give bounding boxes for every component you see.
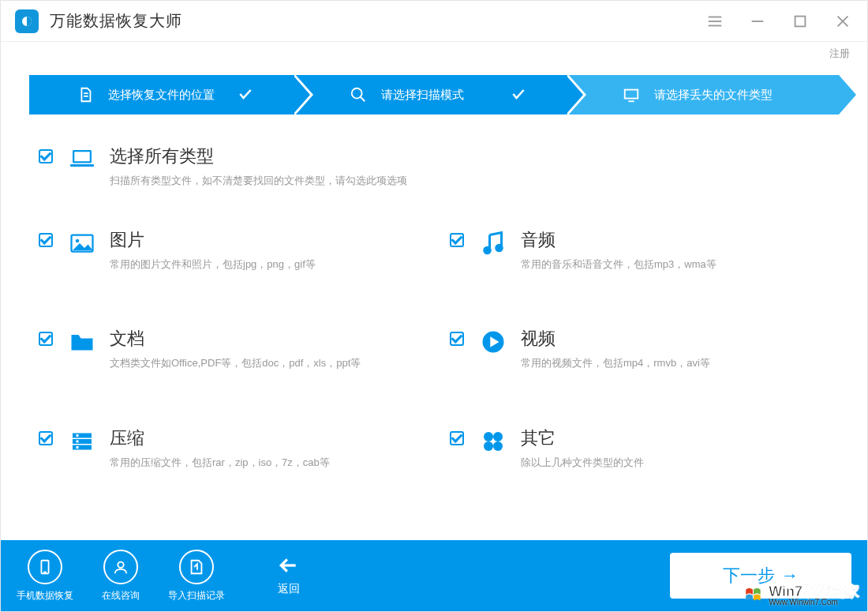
step-label: 请选择扫描模式	[381, 88, 464, 103]
svg-rect-12	[625, 90, 638, 99]
svg-rect-16	[70, 164, 94, 167]
checkbox-document[interactable]	[39, 332, 53, 346]
play-icon	[478, 327, 508, 357]
menu-icon[interactable]	[705, 11, 725, 32]
user-icon	[103, 550, 138, 584]
close-icon[interactable]	[832, 11, 853, 32]
checkbox-archive[interactable]	[39, 431, 53, 445]
checkbox-image[interactable]	[39, 233, 53, 247]
option-title: 图片	[110, 228, 418, 252]
options-area: 选择所有类型 扫描所有类型文件，如不清楚要找回的文件类型，请勾选此项选项 图片 …	[1, 121, 867, 478]
image-icon	[67, 228, 97, 258]
svg-rect-25	[73, 439, 92, 444]
step-label: 选择恢复文件的位置	[108, 88, 215, 103]
option-archive[interactable]: 压缩 常用的压缩文件，包括rar，zip，iso，7z，cab等	[39, 426, 418, 471]
svg-rect-29	[77, 446, 79, 449]
phone-recovery-button[interactable]: 手机数据恢复	[17, 550, 73, 603]
option-title: 视频	[521, 327, 829, 351]
option-document[interactable]: 文档 文档类文件如Office,PDF等，包括doc，pdf，xls，ppt等	[39, 327, 418, 371]
svg-rect-28	[77, 440, 79, 442]
grid-icon	[478, 426, 508, 456]
option-audio[interactable]: 音频 常用的音乐和语音文件，包括mp3，wma等	[450, 228, 829, 272]
document-icon	[77, 86, 94, 103]
check-icon	[238, 86, 261, 104]
option-title: 其它	[521, 426, 829, 450]
option-desc: 常用的音乐和语音文件，包括mp3，wma等	[521, 257, 829, 272]
register-row: 注册	[1, 42, 867, 66]
step-label: 请选择丢失的文件类型	[654, 88, 773, 103]
back-label: 返回	[278, 582, 300, 596]
option-desc: 常用的图片文件和照片，包括jpg，png，gif等	[110, 257, 418, 272]
option-all-types[interactable]: 选择所有类型 扫描所有类型文件，如不清楚要找回的文件类型，请勾选此项选项	[39, 145, 829, 189]
bottom-label: 手机数据恢复	[17, 589, 73, 603]
svg-rect-27	[77, 434, 79, 437]
bottom-label: 导入扫描记录	[168, 589, 225, 603]
app-title: 万能数据恢复大师	[50, 10, 182, 32]
svg-point-32	[484, 441, 493, 451]
svg-point-20	[495, 243, 503, 252]
svg-point-30	[484, 432, 493, 441]
checkbox-other[interactable]	[450, 431, 464, 445]
svg-point-10	[352, 88, 362, 99]
svg-rect-26	[73, 445, 92, 449]
archive-icon	[67, 426, 97, 456]
option-title: 压缩	[110, 426, 418, 450]
svg-rect-15	[74, 152, 90, 161]
svg-rect-5	[795, 16, 806, 26]
option-title: 文档	[110, 327, 418, 351]
option-other[interactable]: 其它 除以上几种文件类型的文件	[450, 426, 829, 471]
back-button[interactable]: 返回	[277, 555, 301, 596]
checkbox-all[interactable]	[39, 149, 53, 163]
online-chat-button[interactable]: 在线咨询	[102, 550, 140, 603]
option-desc: 文档类文件如Office,PDF等，包括doc，pdf，xls，ppt等	[110, 355, 418, 371]
option-desc: 常用的压缩文件，包括rar，zip，iso，7z，cab等	[110, 455, 418, 471]
phone-icon	[28, 550, 62, 584]
option-image[interactable]: 图片 常用的图片文件和照片，包括jpg，png，gif等	[39, 228, 418, 272]
step-file-type[interactable]: 请选择丢失的文件类型	[566, 75, 839, 115]
window-controls	[705, 11, 853, 32]
step-location[interactable]: 选择恢复文件的位置	[29, 75, 293, 115]
svg-point-31	[493, 432, 503, 441]
progress-wrap: 选择恢复文件的位置 请选择扫描模式 请选择丢失的文件类型	[1, 66, 867, 121]
svg-point-18	[76, 238, 80, 242]
checkbox-video[interactable]	[450, 332, 464, 346]
check-icon	[511, 86, 534, 104]
svg-rect-24	[73, 433, 92, 437]
minimize-icon[interactable]	[747, 11, 768, 32]
option-desc: 扫描所有类型文件，如不清楚要找回的文件类型，请勾选此项选项	[110, 173, 829, 189]
progress-steps: 选择恢复文件的位置 请选择扫描模式 请选择丢失的文件类型	[29, 75, 839, 115]
svg-point-36	[118, 561, 123, 567]
register-link[interactable]: 注册	[829, 47, 850, 61]
option-title: 音频	[521, 228, 829, 252]
option-video[interactable]: 视频 常用的视频文件，包括mp4，rmvb，avi等	[450, 327, 829, 371]
option-desc: 除以上几种文件类型的文件	[521, 455, 829, 471]
import-scan-button[interactable]: 导入扫描记录	[168, 550, 225, 603]
step-scan-mode[interactable]: 请选择扫描模式	[293, 75, 566, 115]
maximize-icon[interactable]	[790, 11, 810, 32]
svg-line-11	[361, 97, 365, 102]
bottom-bar: 手机数据恢复 在线咨询 导入扫描记录 返回 下一步 →	[1, 540, 867, 611]
music-icon	[478, 228, 508, 258]
next-button[interactable]: 下一步 →	[670, 553, 851, 599]
svg-point-33	[493, 441, 503, 451]
laptop-icon	[67, 145, 97, 175]
monitor-icon	[623, 86, 640, 103]
folder-icon	[67, 327, 97, 357]
search-icon	[350, 86, 367, 103]
bottom-label: 在线咨询	[102, 589, 140, 603]
option-desc: 常用的视频文件，包括mp4，rmvb，avi等	[521, 355, 829, 371]
next-label: 下一步	[723, 564, 775, 588]
import-icon	[179, 550, 214, 584]
title-bar: 万能数据恢复大师	[1, 1, 867, 42]
app-logo	[15, 9, 39, 33]
checkbox-audio[interactable]	[450, 233, 464, 247]
arrow-left-icon	[277, 555, 301, 576]
option-title: 选择所有类型	[110, 145, 829, 168]
